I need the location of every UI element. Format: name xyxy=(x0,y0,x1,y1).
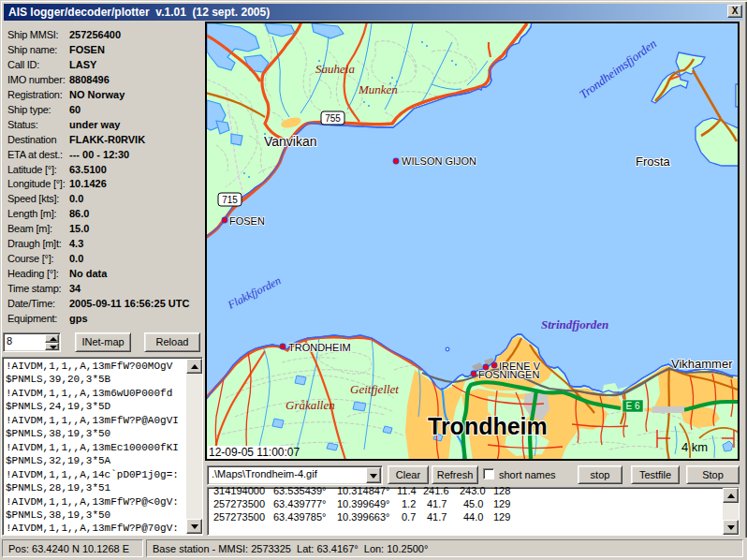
svg-text:715: 715 xyxy=(222,195,238,205)
svg-text:4 km: 4 km xyxy=(681,440,708,454)
svg-text:TRONDHEIM: TRONDHEIM xyxy=(288,342,351,353)
svg-text:Sauheia: Sauheia xyxy=(315,62,355,76)
svg-text:Vikhammer: Vikhammer xyxy=(671,357,733,371)
svg-text:WILSON GIJON: WILSON GIJON xyxy=(402,155,476,167)
svg-text:FOSEN: FOSEN xyxy=(229,215,265,227)
svg-text:755: 755 xyxy=(325,113,341,124)
svg-text:Geitfjellet: Geitfjellet xyxy=(350,382,399,396)
svg-text:Vanvikan: Vanvikan xyxy=(264,134,317,149)
svg-text:E 6: E 6 xyxy=(625,401,639,411)
svg-text:FOSNINGEN: FOSNINGEN xyxy=(478,369,539,380)
svg-text:12-09-05 11:00:07: 12-09-05 11:00:07 xyxy=(209,446,300,459)
svg-text:Frosta: Frosta xyxy=(636,155,671,169)
svg-text:Gråkallen: Gråkallen xyxy=(286,398,335,412)
svg-text:Strindfjorden: Strindfjorden xyxy=(541,317,608,332)
svg-text:Trondheim: Trondheim xyxy=(428,413,548,439)
svg-text:Munken: Munken xyxy=(358,82,398,96)
